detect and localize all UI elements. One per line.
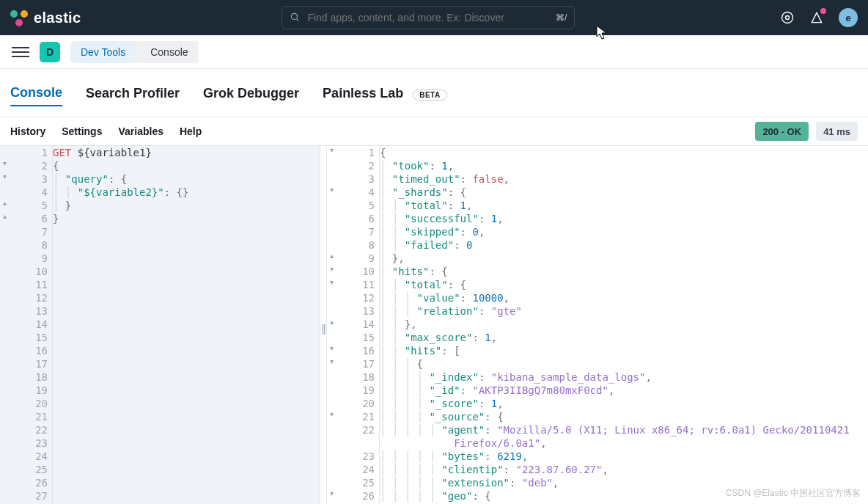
breadcrumb-row: D Dev Tools Console bbox=[0, 35, 868, 69]
line-number: 24 bbox=[327, 463, 375, 476]
watermark-text: CSDN @Elastic 中国社区官方博客 bbox=[726, 487, 861, 500]
line-number: 1 bbox=[0, 146, 48, 159]
fold-toggle-icon[interactable]: ▾ bbox=[330, 410, 334, 418]
response-pane[interactable]: 1▾234▾56789▴10▾11▾121314▴1516▾17▾1819202… bbox=[327, 146, 868, 504]
code-line: │ "timed_out": false, bbox=[380, 172, 868, 186]
newsfeed-icon[interactable] bbox=[809, 10, 824, 25]
code-line: │ │ │ { bbox=[380, 357, 868, 370]
line-number: 5 bbox=[327, 199, 375, 212]
code-line: │ } bbox=[53, 199, 320, 212]
line-number: 20 bbox=[0, 397, 48, 410]
code-line: │ "took": 1, bbox=[380, 159, 868, 172]
search-icon bbox=[290, 12, 300, 24]
console-toolbar: History Settings Variables Help 200 - OK… bbox=[0, 117, 868, 146]
elastic-logo[interactable]: elastic bbox=[10, 9, 81, 26]
tab-grok-debugger[interactable]: Grok Debugger bbox=[203, 81, 299, 106]
svg-point-0 bbox=[292, 13, 298, 19]
code-line: { bbox=[53, 159, 320, 172]
code-line: │ │ "max_score": 1, bbox=[380, 331, 868, 344]
code-line: │ │ │ │ "_source": { bbox=[380, 410, 868, 423]
line-number: 24 bbox=[0, 450, 48, 463]
code-line: GET ${variable1} bbox=[53, 146, 320, 159]
line-number: 2 bbox=[0, 159, 48, 172]
line-number: 14 bbox=[0, 318, 48, 331]
fold-toggle-icon[interactable]: ▴ bbox=[3, 199, 7, 207]
toolbar-settings[interactable]: Settings bbox=[62, 125, 102, 137]
line-number: 12 bbox=[0, 291, 48, 304]
code-line: │ │ "total": 1, bbox=[380, 199, 868, 212]
toolbar-history[interactable]: History bbox=[10, 125, 45, 137]
line-number: 22 bbox=[0, 423, 48, 437]
line-number: 13 bbox=[327, 304, 375, 318]
line-number: 19 bbox=[327, 384, 375, 397]
code-line: │ │ "skipped": 0, bbox=[380, 225, 868, 238]
code-line: │ │ }, bbox=[380, 318, 868, 331]
code-line: │ │ │ │ │ "agent": "Mozilla/5.0 (X11; Li… bbox=[380, 423, 868, 450]
breadcrumb-console[interactable]: Console bbox=[140, 41, 198, 63]
notification-dot-icon bbox=[820, 8, 826, 14]
fold-toggle-icon[interactable]: ▾ bbox=[330, 357, 334, 365]
code-line: │ }, bbox=[380, 252, 868, 265]
code-line: } bbox=[53, 212, 320, 225]
space-badge[interactable]: D bbox=[40, 42, 60, 62]
line-number: 23 bbox=[0, 437, 48, 450]
code-line: │ │ "successful": 1, bbox=[380, 212, 868, 225]
fold-toggle-icon[interactable]: ▾ bbox=[3, 159, 7, 167]
line-number: 8 bbox=[0, 238, 48, 252]
line-number: 17 bbox=[327, 357, 375, 370]
svg-point-2 bbox=[782, 12, 793, 23]
search-input[interactable] bbox=[307, 12, 548, 23]
fold-toggle-icon[interactable]: ▾ bbox=[330, 265, 334, 273]
tab-console[interactable]: Console bbox=[10, 81, 62, 106]
line-number: 7 bbox=[327, 225, 375, 238]
line-number: 10 bbox=[327, 265, 375, 278]
pane-resize-handle[interactable]: ‖ bbox=[320, 146, 327, 504]
help-icon[interactable] bbox=[780, 10, 795, 25]
line-number: 3 bbox=[0, 172, 48, 186]
fold-toggle-icon[interactable]: ▾ bbox=[330, 146, 334, 154]
code-line: │ │ │ │ │ "bytes": 6219, bbox=[380, 450, 868, 463]
global-search[interactable]: ⌘/ bbox=[282, 6, 575, 29]
fold-toggle-icon[interactable]: ▾ bbox=[330, 489, 334, 497]
toolbar-variables[interactable]: Variables bbox=[118, 125, 163, 137]
line-number: 13 bbox=[0, 304, 48, 318]
code-line: │ │ "failed": 0 bbox=[380, 238, 868, 252]
line-number: 16 bbox=[0, 344, 48, 357]
fold-toggle-icon[interactable]: ▴ bbox=[330, 252, 334, 260]
line-number: 16 bbox=[327, 344, 375, 357]
code-line: │ │ │ │ "_id": "AKTP3IIBgQ7m80mxF0cd", bbox=[380, 384, 868, 397]
fold-toggle-icon[interactable]: ▾ bbox=[330, 344, 334, 352]
line-number: 25 bbox=[0, 463, 48, 476]
code-line: │ │ │ │ "_index": "kibana_sample_data_lo… bbox=[380, 370, 868, 384]
toolbar-help[interactable]: Help bbox=[180, 125, 202, 137]
user-avatar[interactable]: e bbox=[839, 8, 858, 27]
tab-painless-lab[interactable]: Painless Lab BETA bbox=[323, 81, 447, 106]
request-editor[interactable]: GET ${variable1}{│ "query": {│ │ "${vari… bbox=[53, 146, 320, 504]
fold-toggle-icon[interactable]: ▾ bbox=[3, 172, 7, 180]
fold-toggle-icon[interactable]: ▾ bbox=[330, 278, 334, 286]
line-number: 19 bbox=[0, 384, 48, 397]
svg-point-3 bbox=[786, 16, 790, 20]
fold-toggle-icon[interactable]: ▾ bbox=[330, 186, 334, 194]
line-number: 11 bbox=[0, 278, 48, 291]
request-pane[interactable]: 12▾3▾45▴6▴789101112131415161718192021222… bbox=[0, 146, 320, 504]
line-number: 2 bbox=[327, 159, 375, 172]
beta-badge: BETA bbox=[413, 90, 446, 101]
dev-tools-tabs: Console Search Profiler Grok Debugger Pa… bbox=[0, 69, 868, 117]
line-number: 23 bbox=[327, 450, 375, 463]
line-number: 26 bbox=[327, 489, 375, 503]
line-number: 18 bbox=[0, 370, 48, 384]
search-kbd-hint: ⌘/ bbox=[556, 12, 567, 23]
line-number: 3 bbox=[327, 172, 375, 186]
breadcrumb-dev-tools[interactable]: Dev Tools bbox=[70, 41, 136, 63]
code-line: │ │ │ │ │ "clientip": "223.87.60.27", bbox=[380, 463, 868, 476]
code-line: │ │ "${variable2}": {} bbox=[53, 186, 320, 199]
code-line: │ │ "hits": [ bbox=[380, 344, 868, 357]
line-number: 15 bbox=[0, 331, 48, 344]
tab-search-profiler[interactable]: Search Profiler bbox=[86, 81, 180, 106]
line-number: 15 bbox=[327, 331, 375, 344]
fold-toggle-icon[interactable]: ▴ bbox=[330, 318, 334, 326]
nav-menu-button[interactable] bbox=[12, 43, 29, 61]
fold-toggle-icon[interactable]: ▴ bbox=[3, 212, 7, 220]
breadcrumb: Dev Tools Console bbox=[70, 41, 199, 63]
